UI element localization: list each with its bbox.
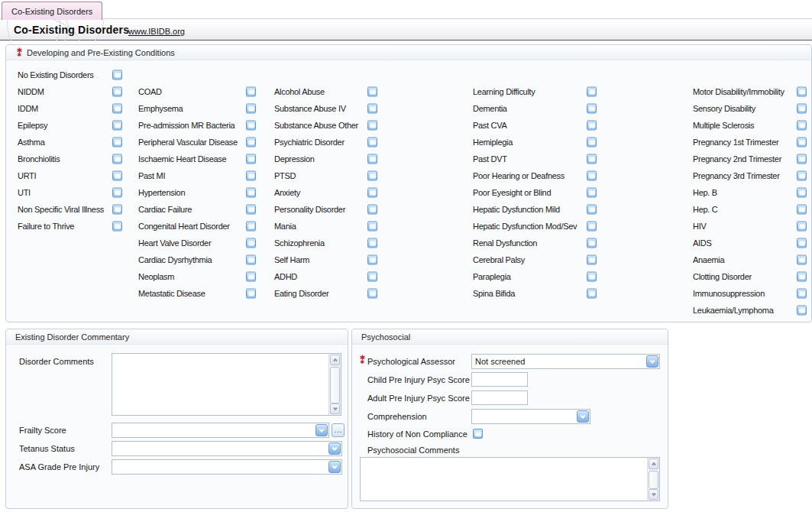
- chevron-down-icon[interactable]: [328, 442, 341, 455]
- condition-selector-button[interactable]: [797, 154, 807, 164]
- condition-selector-button[interactable]: [246, 188, 256, 198]
- condition-selector-button[interactable]: [112, 205, 122, 215]
- condition-selector-button[interactable]: [587, 104, 597, 114]
- condition-selector-button[interactable]: [246, 121, 256, 131]
- condition-selector-button[interactable]: [587, 87, 597, 97]
- scroll-thumb[interactable]: [649, 471, 658, 489]
- condition-selector-button[interactable]: [112, 121, 122, 131]
- condition-selector-button[interactable]: [797, 306, 807, 316]
- frailty-score-lookup-button[interactable]: …: [332, 423, 345, 437]
- condition-selector-button[interactable]: [587, 154, 597, 164]
- condition-selector-button[interactable]: [797, 238, 807, 248]
- condition-selector-button[interactable]: [797, 255, 807, 265]
- comprehension-value[interactable]: [472, 410, 576, 423]
- condition-selector-button[interactable]: [367, 205, 377, 215]
- psychosocial-comments-scrollbar[interactable]: [647, 458, 659, 501]
- condition-selector-button[interactable]: [246, 205, 256, 215]
- condition-selector-button[interactable]: [587, 171, 597, 181]
- condition-selector-button[interactable]: [587, 222, 597, 232]
- chevron-down-icon[interactable]: [328, 461, 341, 473]
- condition-selector-button[interactable]: [112, 70, 122, 80]
- condition-selector-button[interactable]: [587, 188, 597, 198]
- condition-selector-button[interactable]: [797, 289, 807, 299]
- condition-selector-button[interactable]: [246, 104, 256, 114]
- condition-selector-button[interactable]: [112, 138, 122, 147]
- asa-grade-combobox[interactable]: [112, 459, 342, 475]
- disorder-comments-textarea[interactable]: [112, 354, 328, 415]
- condition-selector-button[interactable]: [246, 154, 256, 164]
- condition-selector-button[interactable]: [112, 171, 122, 181]
- condition-selector-button[interactable]: [367, 154, 377, 164]
- frailty-score-combobox[interactable]: [112, 423, 329, 438]
- condition-selector-button[interactable]: [797, 171, 807, 181]
- disorder-comments-scrollbar[interactable]: [328, 354, 341, 415]
- adult-pre-injury-psyc-score-field[interactable]: [471, 390, 528, 405]
- condition-selector-button[interactable]: [797, 104, 807, 114]
- psychosocial-comments-textarea[interactable]: [361, 458, 647, 501]
- condition-selector-button[interactable]: [112, 87, 122, 97]
- frailty-score-value[interactable]: [112, 423, 315, 437]
- condition-selector-button[interactable]: [587, 272, 597, 282]
- condition-selector-button[interactable]: [112, 154, 122, 164]
- condition-selector-button[interactable]: [367, 138, 377, 147]
- condition-row: Metastatic Disease: [138, 285, 256, 302]
- condition-selector-button[interactable]: [797, 87, 807, 97]
- condition-selector-button[interactable]: [367, 272, 377, 282]
- scroll-up-icon[interactable]: [649, 459, 658, 469]
- tab-co-existing-disorders[interactable]: Co-Existing Disorders: [2, 2, 102, 20]
- condition-selector-button[interactable]: [112, 104, 122, 114]
- condition-selector-button[interactable]: [246, 171, 256, 181]
- condition-selector-button[interactable]: [797, 121, 807, 131]
- history-of-non-compliance-selector-button[interactable]: [473, 429, 483, 439]
- selector-icon: [370, 157, 375, 161]
- chevron-down-icon[interactable]: [577, 410, 589, 423]
- child-pre-injury-psyc-score-field[interactable]: [471, 372, 528, 387]
- chevron-down-icon[interactable]: [646, 355, 658, 368]
- scroll-up-icon[interactable]: [330, 355, 340, 365]
- condition-selector-button[interactable]: [112, 188, 122, 198]
- psychological-assessor-combobox[interactable]: [471, 354, 660, 369]
- condition-selector-button[interactable]: [587, 121, 597, 131]
- condition-selector-button[interactable]: [246, 87, 256, 97]
- condition-selector-button[interactable]: [246, 138, 256, 147]
- scroll-down-icon[interactable]: [649, 489, 658, 500]
- condition-selector-button[interactable]: [367, 238, 377, 248]
- selector-icon: [248, 124, 254, 128]
- chevron-down-icon[interactable]: [315, 424, 328, 436]
- child-pre-injury-psyc-score-input[interactable]: [472, 373, 527, 386]
- condition-selector-button[interactable]: [587, 138, 597, 147]
- ibidb-link[interactable]: www.IBIDB.org: [128, 27, 185, 36]
- condition-selector-button[interactable]: [587, 289, 597, 299]
- condition-selector-button[interactable]: [367, 188, 377, 198]
- condition-selector-button[interactable]: [246, 238, 256, 248]
- condition-selector-button[interactable]: [797, 188, 807, 198]
- asa-grade-value[interactable]: [112, 460, 328, 474]
- scroll-down-icon[interactable]: [330, 403, 340, 414]
- condition-label: Spina Bifida: [473, 289, 515, 298]
- condition-selector-button[interactable]: [367, 104, 377, 114]
- tetanus-status-value[interactable]: [112, 442, 328, 455]
- condition-selector-button[interactable]: [797, 205, 807, 215]
- condition-selector-button[interactable]: [367, 255, 377, 265]
- condition-selector-button[interactable]: [797, 222, 807, 232]
- condition-selector-button[interactable]: [797, 272, 807, 282]
- condition-selector-button[interactable]: [367, 121, 377, 131]
- condition-selector-button[interactable]: [587, 205, 597, 215]
- tetanus-status-combobox[interactable]: [112, 441, 342, 456]
- condition-selector-button[interactable]: [246, 289, 256, 299]
- condition-selector-button[interactable]: [112, 222, 122, 232]
- condition-selector-button[interactable]: [246, 222, 256, 232]
- condition-selector-button[interactable]: [246, 255, 256, 265]
- psychological-assessor-value[interactable]: [472, 355, 645, 368]
- scroll-thumb[interactable]: [330, 367, 340, 403]
- condition-selector-button[interactable]: [587, 255, 597, 265]
- condition-selector-button[interactable]: [367, 171, 377, 181]
- condition-selector-button[interactable]: [367, 87, 377, 97]
- comprehension-combobox[interactable]: [471, 409, 590, 424]
- condition-selector-button[interactable]: [587, 238, 597, 248]
- condition-selector-button[interactable]: [367, 222, 377, 232]
- condition-selector-button[interactable]: [367, 289, 377, 299]
- condition-selector-button[interactable]: [797, 138, 807, 147]
- adult-pre-injury-psyc-score-input[interactable]: [472, 391, 527, 404]
- condition-selector-button[interactable]: [246, 272, 256, 282]
